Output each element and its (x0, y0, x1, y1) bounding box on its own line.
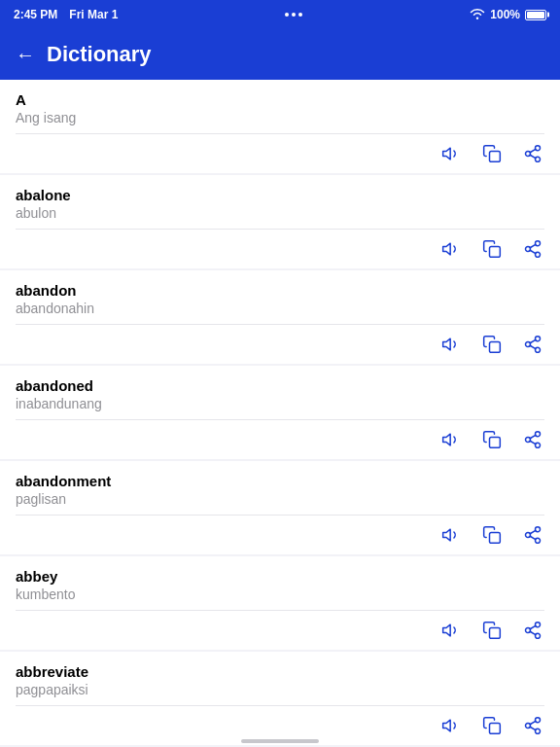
svg-line-20 (530, 339, 536, 342)
dictionary-list: A Ang isang (0, 80, 560, 747)
entry-translation: Ang isang (16, 110, 544, 125)
svg-marker-42 (443, 720, 451, 731)
sound-icon[interactable] (439, 714, 463, 737)
time-label: 2:45 PM (14, 8, 57, 21)
svg-line-48 (530, 721, 536, 724)
svg-line-19 (530, 345, 536, 348)
entry-translation: pagpapaiksi (16, 682, 544, 697)
share-icon[interactable] (521, 333, 544, 356)
list-item: abalone abulon (0, 175, 560, 268)
svg-line-26 (530, 441, 536, 444)
svg-rect-36 (490, 628, 501, 639)
svg-marker-7 (443, 243, 451, 255)
sound-icon[interactable] (439, 619, 463, 642)
svg-line-41 (530, 625, 536, 628)
list-item: abandoned inabandunang (0, 366, 560, 459)
svg-rect-29 (490, 533, 501, 544)
svg-line-5 (530, 155, 536, 158)
entry-actions (16, 133, 544, 165)
entry-word: A (16, 91, 544, 108)
status-bar-left: 2:45 PM Fri Mar 1 (14, 8, 118, 21)
share-icon[interactable] (521, 142, 544, 165)
svg-line-33 (530, 536, 536, 539)
battery-icon (525, 10, 546, 20)
entry-word: abbey (16, 568, 544, 585)
copy-icon[interactable] (480, 714, 504, 737)
entry-actions (16, 610, 544, 642)
svg-marker-35 (443, 624, 451, 636)
copy-icon[interactable] (480, 619, 504, 642)
sound-icon[interactable] (439, 333, 463, 356)
share-icon[interactable] (521, 237, 544, 261)
share-icon[interactable] (521, 523, 544, 547)
list-item: abandon abandonahin (0, 270, 560, 364)
copy-icon[interactable] (480, 142, 504, 165)
entry-word: abandoned (16, 377, 544, 394)
entry-actions (16, 419, 544, 451)
status-bar: 2:45 PM Fri Mar 1 100% (0, 0, 560, 29)
entry-word: abbreviate (16, 663, 544, 680)
entry-actions (16, 324, 544, 356)
svg-line-40 (530, 631, 536, 634)
svg-line-34 (530, 530, 536, 533)
svg-rect-8 (490, 247, 501, 258)
sound-icon[interactable] (439, 428, 463, 451)
back-button[interactable]: ← (16, 44, 35, 66)
share-icon[interactable] (521, 619, 544, 642)
status-bar-right: 100% (470, 8, 546, 22)
dot2 (292, 13, 296, 17)
copy-icon[interactable] (480, 523, 504, 547)
dot3 (298, 13, 302, 17)
page-title: Dictionary (47, 42, 152, 67)
date-label: Fri Mar 1 (69, 8, 118, 21)
svg-marker-14 (443, 338, 451, 350)
share-icon[interactable] (521, 714, 544, 737)
wifi-icon (470, 8, 485, 22)
sound-icon[interactable] (439, 237, 463, 261)
svg-marker-28 (443, 529, 451, 541)
svg-marker-0 (443, 148, 451, 160)
entry-translation: kumbento (16, 587, 544, 602)
entry-actions (16, 705, 544, 737)
copy-icon[interactable] (480, 428, 504, 451)
entry-translation: paglisan (16, 491, 544, 507)
copy-icon[interactable] (480, 237, 504, 261)
sound-icon[interactable] (439, 523, 463, 547)
list-item: abandonment paglisan (0, 461, 560, 554)
entry-actions (16, 229, 544, 261)
svg-rect-43 (490, 724, 501, 734)
entry-word: abandon (16, 282, 544, 299)
share-icon[interactable] (521, 428, 544, 451)
entry-actions (16, 515, 544, 547)
entry-translation: abulon (16, 205, 544, 221)
svg-rect-1 (490, 152, 501, 162)
list-item: A Ang isang (0, 80, 560, 173)
svg-rect-15 (490, 342, 501, 353)
header: ← Dictionary (0, 29, 560, 80)
svg-line-47 (530, 727, 536, 729)
entry-word: abalone (16, 187, 544, 203)
svg-line-13 (530, 244, 536, 247)
svg-rect-22 (490, 438, 501, 448)
svg-line-12 (530, 250, 536, 253)
scroll-indicator (241, 739, 319, 743)
entry-translation: inabandunang (16, 396, 544, 411)
battery-label: 100% (490, 8, 520, 21)
list-item: abbreviate pagpapaiksi (0, 652, 560, 745)
svg-marker-21 (443, 434, 451, 445)
list-item: abbey kumbento (0, 556, 560, 650)
status-bar-center (285, 13, 302, 17)
copy-icon[interactable] (480, 333, 504, 356)
svg-line-6 (530, 149, 536, 152)
sound-icon[interactable] (439, 142, 463, 165)
dot1 (285, 13, 289, 17)
svg-line-27 (530, 435, 536, 438)
entry-word: abandonment (16, 473, 544, 489)
entry-translation: abandonahin (16, 301, 544, 316)
